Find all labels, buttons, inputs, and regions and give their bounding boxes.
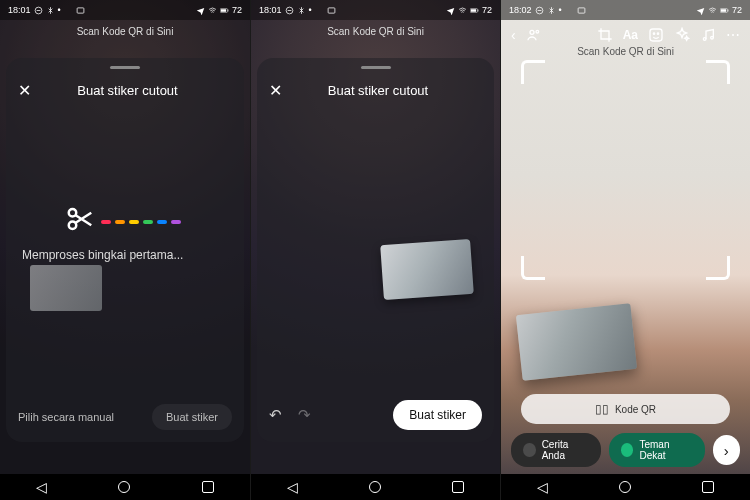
status-time: 18:01 [8, 5, 31, 15]
dnd-icon [285, 6, 294, 15]
nav-back-icon[interactable]: ◁ [36, 480, 47, 494]
qr-icon: ▯▯ [595, 402, 609, 416]
status-time: 18:02 [509, 5, 532, 15]
svg-rect-3 [228, 9, 229, 11]
qr-scan-banner: Scan Kode QR di Sini [251, 20, 500, 43]
nav-back-icon[interactable]: ◁ [537, 480, 548, 494]
airplane-icon [196, 6, 205, 15]
battery-icon [720, 6, 729, 15]
svg-rect-4 [221, 9, 226, 12]
battery-icon [220, 6, 229, 15]
svg-rect-15 [728, 9, 729, 11]
airplane-icon [696, 6, 705, 15]
qr-label-pill[interactable]: ▯▯ Kode QR [521, 394, 730, 424]
your-story-label: Cerita Anda [542, 439, 589, 461]
nav-recents-icon[interactable] [452, 481, 464, 493]
svg-point-6 [69, 221, 77, 229]
message-icon [76, 6, 85, 15]
dnd-icon [535, 6, 544, 15]
processing-text: Memproses bingkai pertama... [6, 248, 244, 262]
qr-scan-frame [521, 60, 730, 280]
pick-manually-link[interactable]: Pilih secara manual [18, 411, 114, 423]
nav-recents-icon[interactable] [702, 481, 714, 493]
svg-point-5 [69, 209, 77, 217]
phone-screenshot-1: 18:01 • 72 Scan Kode QR di Sini ✕ Buat s… [0, 0, 250, 500]
airplane-icon [446, 6, 455, 15]
close-friends-chip[interactable]: Teman Dekat [609, 433, 705, 467]
make-sticker-button[interactable]: Buat stiker [393, 400, 482, 430]
nav-home-icon[interactable] [118, 481, 130, 493]
svg-rect-13 [578, 7, 585, 12]
x-app-icon [64, 6, 73, 15]
nav-back-icon[interactable]: ◁ [287, 480, 298, 494]
bluetooth-off-icon [297, 6, 306, 15]
nav-recents-icon[interactable] [202, 481, 214, 493]
make-sticker-button-disabled: Buat stiker [152, 404, 232, 430]
placed-cutout-sticker[interactable] [516, 303, 637, 381]
phone-screenshot-3: 18:02 • 72 ‹ Aa ⋯ Scan Kode QR di Sini ▯ [500, 0, 750, 500]
notif-dot-icon: • [559, 5, 562, 15]
send-to-button[interactable]: › [713, 435, 740, 465]
android-status-bar: 18:01 • 72 [251, 0, 500, 20]
your-story-chip[interactable]: Cerita Anda [511, 433, 601, 467]
android-nav-bar: ◁ [251, 474, 500, 500]
redo-icon[interactable]: ↷ [298, 406, 311, 424]
avatar [523, 443, 536, 457]
battery-icon [470, 6, 479, 15]
bluetooth-off-icon [547, 6, 556, 15]
battery-percent: 72 [732, 5, 742, 15]
qr-scan-banner: Scan Kode QR di Sini [501, 40, 750, 63]
phone-screenshot-2: 18:01 • 72 Scan Kode QR di Sini ✕ Buat s… [250, 0, 500, 500]
battery-percent: 72 [482, 5, 492, 15]
svg-rect-8 [328, 7, 335, 12]
android-status-bar: 18:01 • 72 [0, 0, 250, 20]
undo-icon[interactable]: ↶ [269, 406, 282, 424]
svg-rect-11 [471, 9, 476, 12]
star-icon [621, 443, 634, 457]
status-time: 18:01 [259, 5, 282, 15]
notif-dot-icon: • [309, 5, 312, 15]
svg-point-20 [653, 33, 654, 34]
x-app-icon [315, 6, 324, 15]
message-icon [327, 6, 336, 15]
wifi-icon [208, 6, 217, 15]
dnd-icon [34, 6, 43, 15]
message-icon [577, 6, 586, 15]
svg-point-17 [530, 30, 534, 34]
x-app-icon [565, 6, 574, 15]
cutout-preview-thumb[interactable] [380, 239, 474, 300]
nav-home-icon[interactable] [369, 481, 381, 493]
svg-rect-16 [721, 9, 726, 12]
story-share-row: Cerita Anda Teman Dekat › [511, 434, 740, 466]
sheet-title: Buat stiker cutout [23, 83, 232, 98]
close-friends-label: Teman Dekat [639, 439, 692, 461]
android-status-bar: 18:02 • 72 [501, 0, 750, 20]
svg-rect-1 [77, 7, 84, 12]
svg-point-23 [711, 36, 714, 39]
android-nav-bar: ◁ [501, 474, 750, 500]
sheet-title: Buat stiker cutout [274, 83, 482, 98]
cut-dash-line [101, 210, 185, 228]
qr-label-text: Kode QR [615, 404, 656, 415]
scissors-icon [65, 204, 185, 234]
cutout-sticker-sheet: ✕ Buat stiker cutout ↶ ↷ Buat stiker [257, 58, 494, 442]
nav-home-icon[interactable] [619, 481, 631, 493]
notif-dot-icon: • [58, 5, 61, 15]
svg-point-21 [657, 33, 658, 34]
bluetooth-off-icon [46, 6, 55, 15]
source-video-thumb [30, 265, 102, 311]
battery-percent: 72 [232, 5, 242, 15]
wifi-icon [458, 6, 467, 15]
svg-rect-10 [478, 9, 479, 11]
svg-point-18 [536, 30, 539, 33]
cutout-sticker-sheet: ✕ Buat stiker cutout Memproses bingkai p… [6, 58, 244, 442]
wifi-icon [708, 6, 717, 15]
android-nav-bar: ◁ [0, 474, 250, 500]
qr-scan-banner: Scan Kode QR di Sini [0, 20, 250, 43]
